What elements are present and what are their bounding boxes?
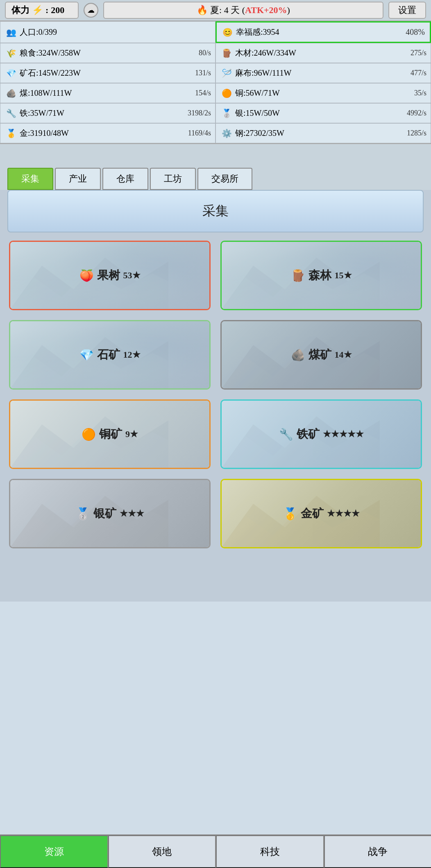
silver-mine-icon: 🥈 <box>76 507 90 521</box>
grain-label: 粮食:324W/358W <box>20 47 81 59</box>
stamina-value: 200 <box>51 5 64 16</box>
stamina-colon: : <box>45 5 48 16</box>
spacer1 <box>0 144 431 160</box>
card-label-fruit-tree: 🍑 果树 53★ <box>79 268 141 283</box>
card-stone-mine[interactable]: 💎 石矿 12★ <box>9 320 211 390</box>
happiness-icon: 😊 <box>222 27 233 37</box>
resource-ore: 💎 矿石:145W/223W 131/s <box>0 63 216 83</box>
copper-icon: 🟠 <box>222 88 232 98</box>
forest-icon: 🪵 <box>291 269 305 282</box>
gold-mine-stars: ★★★★ <box>327 508 360 519</box>
card-label-stone-mine: 💎 石矿 12★ <box>79 347 141 363</box>
iron-icon: 🔧 <box>6 108 16 118</box>
grain-icon: 🌾 <box>6 48 16 58</box>
resource-population: 👥 人口:0/399 <box>0 21 216 43</box>
ore-icon: 💎 <box>6 68 16 78</box>
coal-mine-icon: 🪨 <box>291 348 305 362</box>
tab-workshop[interactable]: 工坊 <box>150 168 196 190</box>
cloth-icon: 🪡 <box>222 68 232 78</box>
card-fruit-tree[interactable]: 🍑 果树 53★ <box>9 241 211 310</box>
coal-mine-name: 煤矿 <box>309 347 331 363</box>
population-icon: 👥 <box>6 27 16 37</box>
card-label-forest: 🪵 森林 15★ <box>291 268 352 283</box>
steel-label: 钢:27302/35W <box>235 128 284 139</box>
happiness-label: 幸福感:3954 <box>236 27 279 38</box>
coal-label: 煤:108W/111W <box>20 88 72 99</box>
bottom-resources[interactable]: 资源 <box>0 835 108 868</box>
iron-mine-name: 铁矿 <box>297 426 320 442</box>
top-bar: 体力 ⚡ : 200 ☁ 🔥 夏: 4 天 (ATK+20%) 设置 <box>0 0 431 21</box>
stamina-label: 体力 <box>11 4 29 16</box>
stone-mine-name: 石矿 <box>97 347 120 363</box>
bottom-tech[interactable]: 科技 <box>216 835 324 868</box>
silver-mine-stars: ★★★ <box>120 508 144 519</box>
tab-gather[interactable]: 采集 <box>7 168 53 190</box>
coal-rate: 154/s <box>195 89 211 97</box>
coal-mine-stars: 14★ <box>335 349 352 360</box>
settings-button[interactable]: 设置 <box>388 2 426 19</box>
resource-wood: 🪵 木材:246W/334W 275/s <box>216 43 431 63</box>
section-header: 采集 <box>7 190 424 232</box>
gold-mine-name: 金矿 <box>301 506 324 521</box>
bottom-war[interactable]: 战争 <box>324 835 431 868</box>
stone-mine-icon: 💎 <box>79 348 94 362</box>
copper-mine-icon: 🟠 <box>82 428 96 441</box>
card-coal-mine[interactable]: 🪨 煤矿 14★ <box>220 320 422 390</box>
card-label-gold-mine: 🥇 金矿 ★★★★ <box>283 506 360 521</box>
silver-mine-name: 银矿 <box>93 506 116 521</box>
cloth-rate: 477/s <box>411 69 426 77</box>
card-forest[interactable]: 🪵 森林 15★ <box>220 241 422 310</box>
main-area: 采集 🍑 果树 53★ 🪵 森林 <box>0 190 431 602</box>
card-label-silver-mine: 🥈 银矿 ★★★ <box>76 506 144 521</box>
card-silver-mine[interactable]: 🥈 银矿 ★★★ <box>9 479 211 548</box>
iron-label: 铁:35W/71W <box>20 108 64 119</box>
card-iron-mine[interactable]: 🔧 铁矿 ★★★★★ <box>220 399 422 469</box>
silver-rate: 4992/s <box>407 109 426 117</box>
ore-rate: 131/s <box>195 69 211 77</box>
card-gold-mine[interactable]: 🥇 金矿 ★★★★ <box>220 479 422 548</box>
card-label-copper-mine: 🟠 铜矿 9★ <box>82 426 138 442</box>
cloth-label: 麻布:96W/111W <box>235 68 291 79</box>
resource-coal: 🪨 煤:108W/111W 154/s <box>0 83 216 103</box>
tab-bar: 采集 产业 仓库 工坊 交易所 <box>0 160 431 190</box>
stone-mine-stars: 12★ <box>123 349 141 360</box>
season-text: 夏: 4 天 (ATK+20%) <box>210 4 290 16</box>
stamina-box: 体力 ⚡ : 200 <box>5 2 79 19</box>
card-label-coal-mine: 🪨 煤矿 14★ <box>291 347 352 363</box>
tab-exchange[interactable]: 交易所 <box>197 168 252 190</box>
resource-steel: ⚙️ 钢:27302/35W 1285/s <box>216 123 431 143</box>
forest-name: 森林 <box>309 268 331 283</box>
season-fire-icon: 🔥 <box>197 5 208 16</box>
happiness-pct: 408% <box>406 27 425 37</box>
fruit-tree-stars: 53★ <box>123 270 141 281</box>
tab-warehouse[interactable]: 仓库 <box>102 168 148 190</box>
bottom-nav: 资源 领地 科技 战争 <box>0 834 431 868</box>
iron-mine-stars: ★★★★★ <box>323 429 364 440</box>
copper-mine-stars: 9★ <box>125 429 138 440</box>
gold-mine-icon: 🥇 <box>283 507 297 521</box>
iron-rate: 3198/2s <box>188 109 211 117</box>
forest-stars: 15★ <box>335 270 352 281</box>
stamina-icon: ⚡ <box>32 5 43 16</box>
copper-mine-name: 铜矿 <box>99 426 122 442</box>
fruit-tree-name: 果树 <box>97 268 120 283</box>
grain-rate: 80/s <box>199 49 211 57</box>
wood-label: 木材:246W/334W <box>235 47 296 59</box>
season-box: 🔥 夏: 4 天 (ATK+20%) <box>103 2 383 19</box>
tab-industry[interactable]: 产业 <box>55 168 101 190</box>
card-copper-mine[interactable]: 🟠 铜矿 9★ <box>9 399 211 469</box>
content-spacer <box>7 548 424 589</box>
copper-rate: 35/s <box>414 89 426 97</box>
iron-mine-icon: 🔧 <box>279 428 293 441</box>
resource-copper: 🟠 铜:56W/71W 35/s <box>216 83 431 103</box>
copper-label: 铜:56W/71W <box>235 88 280 99</box>
steel-rate: 1285/s <box>407 129 426 138</box>
resource-happiness: 😊 幸福感:3954 408% <box>216 21 431 43</box>
coal-icon: 🪨 <box>6 88 16 98</box>
resource-cloth: 🪡 麻布:96W/111W 477/s <box>216 63 431 83</box>
bottom-territory[interactable]: 领地 <box>108 835 216 868</box>
wood-icon: 🪵 <box>222 48 232 58</box>
cards-grid: 🍑 果树 53★ 🪵 森林 15★ <box>7 241 424 548</box>
fruit-tree-icon: 🍑 <box>79 269 94 282</box>
resource-grain: 🌾 粮食:324W/358W 80/s <box>0 43 216 63</box>
